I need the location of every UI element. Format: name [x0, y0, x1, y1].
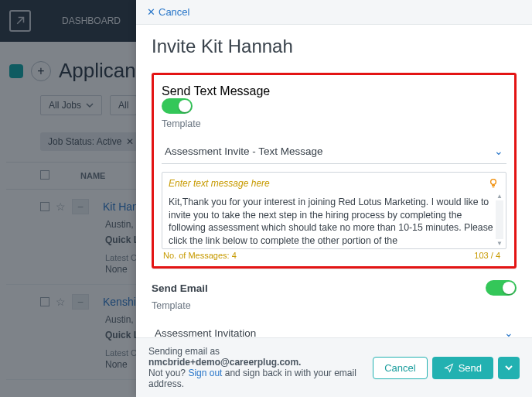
sms-template-select[interactable]: Assessment Invite - Text Message ⌄: [162, 137, 506, 164]
send-icon: [444, 363, 454, 373]
sms-heading: Send Text Message: [162, 84, 506, 98]
sms-toggle[interactable]: [162, 98, 193, 114]
chevron-down-icon: [505, 364, 513, 371]
send-button[interactable]: Send: [432, 357, 493, 379]
sms-placeholder-label: Enter text message here: [169, 178, 270, 189]
panel-title: Invite Kit Hannah: [152, 36, 517, 57]
invite-panel: ✕ Cancel Invite Kit Hannah Send Text Mes…: [136, 0, 532, 397]
sms-char-count: 103 / 4: [474, 251, 500, 260]
email-template-select[interactable]: Assessment Invitation ⌄: [152, 319, 517, 337]
footer-identity: Sending email as nmcbride+demo@careerplu…: [148, 346, 365, 389]
lightbulb-icon[interactable]: [487, 177, 500, 190]
send-dropdown-button[interactable]: [498, 357, 520, 379]
sign-out-link[interactable]: Sign out: [188, 368, 222, 378]
sms-section-highlight: Send Text Message Template Assessment In…: [152, 73, 517, 269]
chevron-down-icon: ⌄: [494, 145, 503, 157]
textarea-scrollbar[interactable]: ▲▼: [495, 193, 504, 247]
sms-message-count: No. of Messages: 4: [163, 251, 237, 260]
svg-point-0: [491, 180, 496, 185]
sms-textarea[interactable]: [162, 191, 506, 245]
chevron-down-icon: ⌄: [504, 327, 513, 337]
cancel-button[interactable]: Cancel: [373, 357, 427, 379]
email-heading: Send Email: [152, 282, 208, 294]
close-icon: ✕: [147, 6, 155, 18]
email-toggle[interactable]: [486, 280, 517, 296]
cancel-link[interactable]: ✕ Cancel: [147, 6, 521, 18]
email-template-label: Template: [152, 300, 517, 311]
sms-template-label: Template: [162, 118, 506, 129]
